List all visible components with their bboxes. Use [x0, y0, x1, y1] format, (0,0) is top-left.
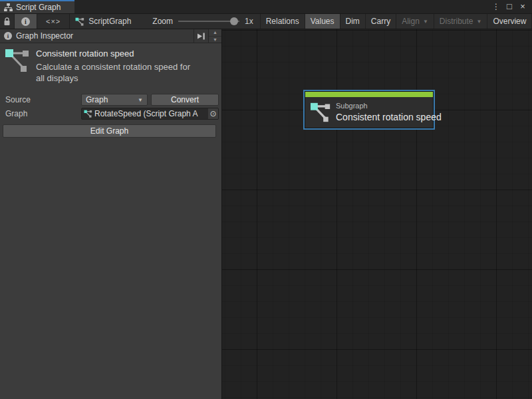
code-icon: <×> [46, 17, 61, 25]
dock-panel-button[interactable] [194, 29, 209, 43]
dim-button[interactable]: Dim [340, 14, 365, 29]
zoom-slider-knob[interactable] [230, 17, 238, 25]
graph-icon [5, 49, 29, 72]
graph-inspector-header: i Graph Inspector ▲ ▼ [0, 29, 221, 43]
chevron-down-icon: ▼ [423, 19, 428, 25]
zoom-slider[interactable] [178, 17, 239, 26]
breadcrumb-label: ScriptGraph [88, 17, 131, 26]
subgraph-node-header [305, 92, 433, 97]
graph-icon [75, 17, 84, 26]
info-icon: i [4, 32, 12, 40]
subgraph-node[interactable]: Subgraph Consistent rotation speed [303, 90, 435, 130]
subgraph-node-body: Subgraph Consistent rotation speed [305, 97, 433, 128]
source-dropdown-value: Graph [86, 95, 108, 104]
window-tab-bar: Script Graph ⋮ □ × [0, 0, 532, 13]
main-area: i Graph Inspector ▲ ▼ [0, 29, 532, 399]
chevron-down-icon: ▼ [138, 97, 143, 103]
scroll-up-icon[interactable]: ▲ [209, 29, 221, 37]
graph-object-field[interactable]: RotateSpeed (Script Graph A ⊙ [81, 108, 219, 120]
graph-field-label: Graph [0, 109, 81, 118]
values-button[interactable]: Values [305, 14, 340, 29]
graph-object-value: RotateSpeed (Script Graph A [94, 109, 206, 118]
align-dropdown[interactable]: Align ▼ [396, 14, 434, 29]
graph-inspector-panel: i Graph Inspector ▲ ▼ [0, 29, 222, 399]
source-dropdown[interactable]: Graph ▼ [81, 94, 148, 106]
carry-button[interactable]: Carry [366, 14, 396, 29]
subgraph-node-text: Subgraph Consistent rotation speed [336, 102, 442, 122]
code-view-button[interactable]: <×> [37, 14, 69, 29]
breadcrumb[interactable]: ScriptGraph [70, 14, 138, 29]
info-icon: i [21, 17, 30, 26]
object-picker-icon[interactable]: ⊙ [208, 108, 218, 119]
dock-icon [197, 32, 205, 41]
panel-title: Graph Inspector [16, 31, 73, 41]
tab-script-graph[interactable]: Script Graph [0, 0, 74, 13]
script-graph-tab-icon [4, 3, 13, 11]
window-controls: ⋮ □ × [491, 0, 532, 13]
graph-inspector-titlebar: i Graph Inspector [0, 29, 194, 43]
overview-button[interactable]: Overview [487, 14, 531, 29]
source-row: Source Graph ▼ Convert [0, 94, 219, 106]
scroll-down-icon[interactable]: ▼ [209, 37, 221, 43]
inspector-toggle-button[interactable]: i [15, 14, 37, 29]
graph-title: Consistent rotation speed [36, 49, 195, 59]
graph-toolbar: i <×> ScriptGraph Zoom 1x Re [0, 13, 532, 29]
node-kind-label: Subgraph [336, 102, 442, 110]
graph-canvas[interactable]: Subgraph Consistent rotation speed [222, 29, 532, 399]
convert-button[interactable]: Convert [151, 94, 219, 106]
distribute-label: Distribute [440, 17, 473, 26]
window-menu-icon[interactable]: ⋮ [491, 1, 501, 13]
edit-graph-button[interactable]: Edit Graph [3, 124, 216, 138]
align-label: Align [402, 17, 420, 26]
zoom-control: Zoom 1x [138, 14, 259, 29]
graph-icon [311, 102, 331, 122]
source-label: Source [0, 95, 81, 104]
tab-title: Script Graph [16, 3, 61, 12]
distribute-dropdown[interactable]: Distribute ▼ [434, 14, 487, 29]
panel-scroll-buttons: ▲ ▼ [209, 29, 221, 43]
graph-summary-text: Consistent rotation speed Calculate a co… [36, 49, 195, 84]
graph-description: Calculate a consistent rotation speed fo… [36, 62, 195, 84]
graph-row: Graph RotateSpeed (Script Graph A [0, 108, 219, 120]
maximize-icon[interactable]: □ [504, 1, 515, 13]
inspector-form: Source Graph ▼ Convert Graph [0, 91, 221, 138]
zoom-label: Zoom [152, 17, 173, 26]
lock-button[interactable] [0, 14, 14, 29]
node-title: Consistent rotation speed [336, 112, 442, 122]
graph-icon [84, 110, 92, 118]
zoom-value: 1x [245, 17, 256, 26]
close-icon[interactable]: × [517, 1, 528, 13]
script-graph-window: Script Graph ⋮ □ × i <×> [0, 0, 532, 399]
chevron-down-icon: ▼ [477, 19, 482, 25]
lock-icon [3, 17, 11, 26]
graph-summary: Consistent rotation speed Calculate a co… [0, 43, 221, 91]
relations-button[interactable]: Relations [261, 14, 305, 29]
